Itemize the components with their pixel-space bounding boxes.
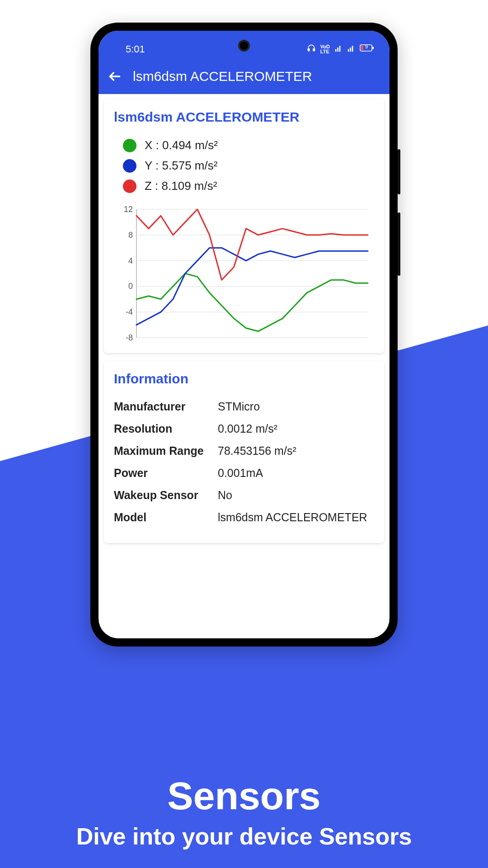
info-card: Information ManufacturerSTMicroResolutio…: [104, 361, 384, 543]
info-title: Information: [114, 371, 374, 387]
svg-text:8: 8: [128, 231, 133, 240]
info-label: Power: [114, 467, 218, 480]
svg-text:-4: -4: [126, 307, 133, 316]
legend-dot-z: [123, 179, 136, 193]
info-row: Power0.001mA: [114, 467, 374, 480]
info-label: Maximum Range: [114, 444, 218, 458]
sensor-title: lsm6dsm ACCELEROMETER: [114, 109, 374, 125]
front-camera: [238, 40, 250, 52]
line-chart: -8-404812: [114, 206, 374, 341]
legend-item-z: Z : 8.109 m/s²: [123, 179, 374, 193]
svg-rect-0: [308, 49, 309, 51]
phone-side-button: [398, 212, 400, 276]
legend-label-x: X : 0.494 m/s²: [145, 138, 218, 152]
info-row: Resolution0.0012 m/s²: [114, 422, 374, 435]
promo-title: Sensors: [0, 774, 488, 818]
legend-item-x: X : 0.494 m/s²: [123, 138, 374, 152]
svg-text:0: 0: [128, 282, 133, 291]
info-label: Resolution: [114, 422, 218, 435]
svg-text:12: 12: [124, 206, 133, 214]
legend-dot-x: [123, 139, 136, 152]
svg-text:4: 4: [128, 256, 133, 265]
legend-label-z: Z : 8.109 m/s²: [145, 179, 217, 193]
legend-label-y: Y : 5.575 m/s²: [145, 159, 217, 173]
svg-rect-4: [361, 46, 363, 50]
app-bar: lsm6dsm ACCELEROMETER: [99, 59, 389, 94]
info-row: Modellsm6dsm ACCELEROMETER: [114, 511, 374, 524]
headset-icon: [307, 43, 316, 55]
promo-banner: Sensors Dive into your device Sensors: [0, 774, 488, 850]
info-value: lsm6dsm ACCELEROMETER: [218, 511, 374, 524]
status-time: 5:01: [126, 43, 145, 55]
phone-side-button: [398, 149, 400, 194]
info-value: 0.001mA: [218, 467, 374, 480]
signal-icon: [347, 43, 355, 55]
sensor-card: lsm6dsm ACCELEROMETER X : 0.494 m/s² Y :…: [104, 99, 384, 353]
volte-icon: VoDLTE: [320, 44, 330, 54]
info-value: 0.0012 m/s²: [218, 422, 374, 435]
info-value: STMicro: [218, 400, 374, 413]
info-value: No: [218, 489, 374, 502]
info-label: Manufacturer: [114, 400, 218, 413]
battery-icon: 9: [360, 43, 374, 55]
svg-text:-8: -8: [126, 333, 133, 341]
battery-level: 9: [365, 44, 368, 49]
phone-screen: 5:01 VoDLTE 9: [99, 31, 389, 638]
info-row: ManufacturerSTMicro: [114, 400, 374, 413]
promo-subtitle: Dive into your device Sensors: [0, 823, 488, 850]
signal-icon: [334, 43, 343, 55]
back-arrow-icon[interactable]: [108, 69, 122, 84]
chart-legend: X : 0.494 m/s² Y : 5.575 m/s² Z : 8.109 …: [114, 138, 374, 193]
info-label: Model: [114, 511, 218, 524]
page-title: lsm6dsm ACCELEROMETER: [133, 69, 312, 84]
svg-rect-3: [372, 47, 374, 49]
info-row: Maximum Range78.453156 m/s²: [114, 444, 374, 458]
phone-frame: 5:01 VoDLTE 9: [90, 23, 398, 646]
info-label: Wakeup Sensor: [114, 489, 218, 502]
legend-dot-y: [123, 159, 136, 173]
info-value: 78.453156 m/s²: [218, 444, 374, 458]
info-row: Wakeup SensorNo: [114, 489, 374, 502]
svg-rect-1: [313, 49, 314, 51]
legend-item-y: Y : 5.575 m/s²: [123, 159, 374, 173]
